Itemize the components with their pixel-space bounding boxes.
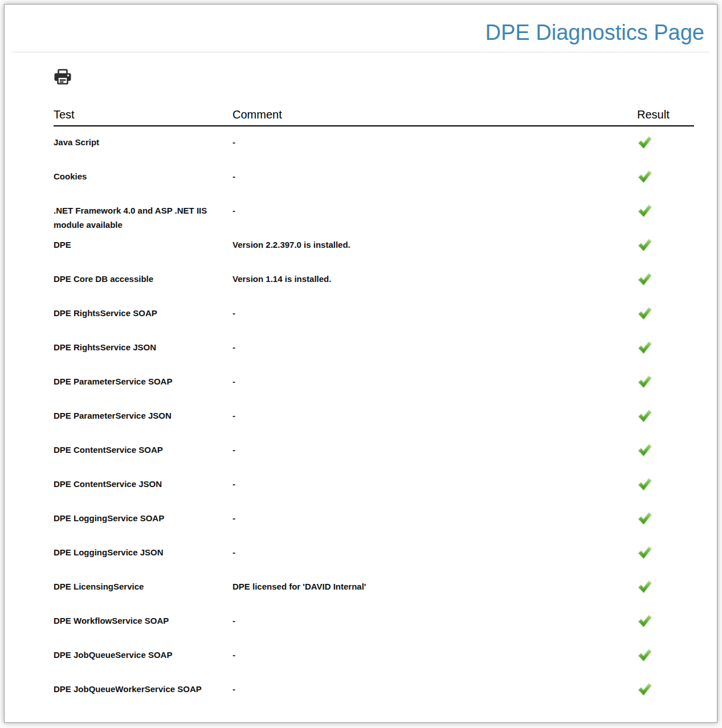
check-pass-icon [637, 415, 652, 425]
result-cell [637, 374, 694, 393]
result-cell [637, 135, 694, 154]
comment-cell: - [232, 340, 637, 354]
check-pass-icon [637, 449, 652, 459]
result-cell [637, 443, 694, 461]
table-row: DPE WorkflowService SOAP - [54, 605, 694, 639]
comment-cell: - [232, 614, 637, 628]
test-cell: DPE ParameterService JSON [54, 408, 232, 423]
test-cell: DPE RightsService JSON [54, 340, 232, 354]
comment-cell: - [232, 648, 637, 662]
table-row: DPE RightsService JSON - [54, 332, 694, 366]
test-cell: DPE ContentService JSON [54, 477, 232, 491]
title-divider [13, 52, 709, 52]
check-pass-icon [637, 347, 652, 357]
result-cell [637, 682, 694, 701]
table-row: DPE LicensingService DPE licensed for 'D… [54, 571, 694, 605]
result-cell [637, 408, 694, 427]
table-row: DPE Core DB accessible Version 1.14 is i… [54, 263, 694, 297]
result-cell [637, 169, 694, 188]
table-row: .NET Framework 4.0 and ASP .NET IIS modu… [54, 195, 694, 229]
table-row: DPE LoggingService JSON - [54, 537, 694, 571]
table-row: DPE LoggingService SOAP - [54, 502, 694, 537]
table-body: Java Script - Cookies - .NET Framework 4… [54, 126, 694, 707]
check-pass-icon [637, 244, 652, 254]
result-cell [637, 272, 694, 291]
comment-cell: - [232, 169, 637, 183]
table-row: DPE ContentService JSON - [54, 468, 694, 502]
check-pass-icon [637, 552, 652, 562]
comment-cell: - [232, 203, 637, 218]
test-cell: DPE [54, 238, 232, 252]
header-test: Test [54, 108, 232, 121]
comment-cell: - [232, 682, 637, 696]
table-row: DPE Version 2.2.397.0 is installed. [54, 229, 694, 263]
diagnostics-table: Test Comment Result Java Script - Cookie… [54, 108, 694, 707]
check-pass-icon [637, 176, 652, 186]
test-cell: .NET Framework 4.0 and ASP .NET IIS modu… [54, 203, 232, 232]
check-pass-icon [637, 586, 652, 596]
result-cell [637, 306, 694, 325]
table-row: Java Script - [54, 126, 694, 161]
table-row: DPE ContentService SOAP - [54, 434, 694, 468]
result-cell [637, 511, 694, 530]
result-cell [637, 545, 694, 564]
test-cell: DPE LicensingService [54, 579, 232, 594]
result-cell [637, 340, 694, 359]
test-cell: Java Script [54, 135, 232, 149]
test-cell: DPE RightsService SOAP [54, 306, 232, 320]
test-cell: DPE LoggingService JSON [54, 545, 232, 559]
comment-cell: - [232, 511, 637, 525]
header-result: Result [637, 108, 694, 121]
print-button[interactable] [54, 68, 73, 87]
diagnostics-page: DPE Diagnostics Page Test Comment Result… [4, 4, 717, 723]
test-cell: DPE Core DB accessible [54, 272, 232, 286]
check-pass-icon [637, 279, 652, 288]
test-cell: DPE ParameterService SOAP [54, 374, 232, 388]
comment-cell: - [232, 545, 637, 559]
result-cell [637, 238, 694, 256]
comment-cell: Version 2.2.397.0 is installed. [232, 238, 637, 252]
table-row: DPE JobQueueService SOAP - [54, 639, 694, 673]
test-cell: Cookies [54, 169, 232, 183]
check-pass-icon [637, 620, 652, 630]
table-row: DPE RightsService SOAP - [54, 297, 694, 332]
printer-icon [54, 69, 73, 86]
table-header-row: Test Comment Result [54, 108, 694, 126]
check-pass-icon [637, 484, 652, 493]
comment-cell: - [232, 306, 637, 320]
test-cell: DPE WorkflowService SOAP [54, 614, 232, 628]
page-title: DPE Diagnostics Page [5, 5, 717, 52]
result-cell [637, 614, 694, 632]
check-pass-icon [637, 210, 652, 220]
comment-cell: - [232, 135, 637, 149]
comment-cell: - [232, 443, 637, 457]
test-cell: DPE JobQueueWorkerService SOAP [54, 682, 232, 696]
test-cell: DPE JobQueueService SOAP [54, 648, 232, 662]
check-pass-icon [637, 518, 652, 527]
result-cell [637, 648, 694, 666]
check-pass-icon [637, 689, 652, 698]
check-pass-icon [637, 381, 652, 391]
header-comment: Comment [232, 108, 637, 121]
table-row: DPE ParameterService SOAP - [54, 366, 694, 400]
table-row: DPE ParameterService JSON - [54, 400, 694, 434]
table-row: Cookies - [54, 161, 694, 195]
result-cell [637, 477, 694, 496]
comment-cell: Version 1.14 is installed. [232, 272, 637, 286]
comment-cell: - [232, 374, 637, 388]
test-cell: DPE LoggingService SOAP [54, 511, 232, 525]
test-cell: DPE ContentService SOAP [54, 443, 232, 457]
comment-cell: DPE licensed for 'DAVID Internal' [232, 579, 637, 594]
check-pass-icon [637, 313, 652, 322]
table-row: DPE JobQueueWorkerService SOAP - [54, 673, 694, 707]
result-cell [637, 203, 694, 222]
result-cell [637, 579, 694, 598]
check-pass-icon [637, 142, 652, 152]
comment-cell: - [232, 408, 637, 423]
comment-cell: - [232, 477, 637, 491]
check-pass-icon [637, 655, 652, 664]
